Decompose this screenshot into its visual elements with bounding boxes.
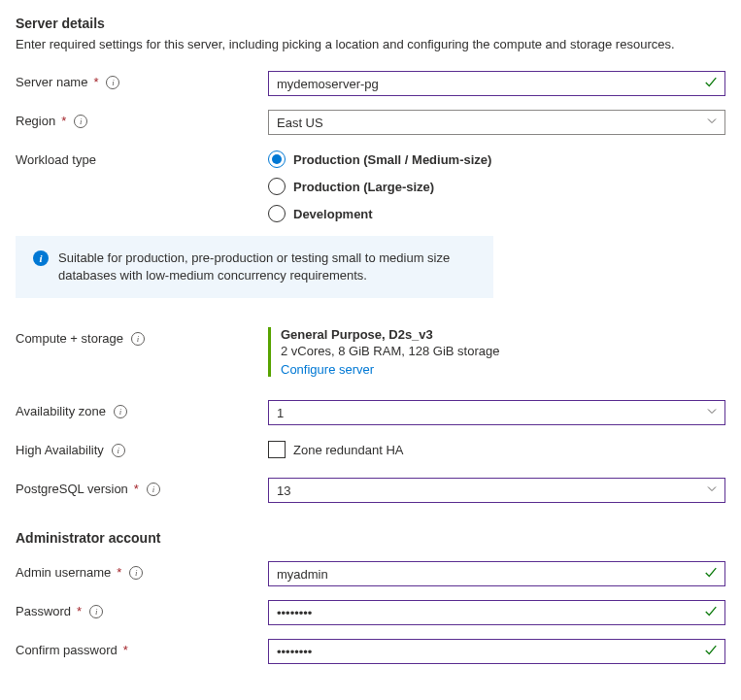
server-name-input[interactable] — [268, 71, 725, 96]
region-select[interactable] — [268, 110, 725, 135]
radio-icon — [268, 150, 286, 168]
admin-username-input[interactable] — [268, 561, 725, 586]
radio-label: Production (Small / Medium-size) — [293, 152, 491, 167]
info-icon[interactable]: i — [114, 405, 127, 418]
password-input[interactable] — [268, 600, 725, 625]
compute-tier: General Purpose, D2s_v3 — [281, 327, 725, 342]
info-icon[interactable]: i — [89, 605, 103, 618]
required-indicator: * — [134, 482, 139, 496]
checkbox-label: Zone redundant HA — [293, 443, 403, 457]
info-icon[interactable]: i — [147, 483, 160, 496]
info-icon[interactable]: i — [112, 444, 125, 457]
info-icon[interactable]: i — [129, 566, 143, 580]
workload-info-box: i Suitable for production, pre-productio… — [16, 236, 493, 298]
workload-type-radio-group: Production (Small / Medium-size) Product… — [268, 149, 725, 222]
server-details-heading: Server details — [16, 16, 725, 31]
workload-radio-development[interactable]: Development — [268, 205, 725, 222]
info-box-text: Suitable for production, pre-production … — [58, 250, 476, 284]
info-icon[interactable]: i — [106, 76, 119, 89]
compute-specs: 2 vCores, 8 GiB RAM, 128 GiB storage — [281, 344, 725, 358]
server-name-label: Server name — [16, 75, 87, 89]
postgresql-version-select[interactable] — [268, 478, 725, 503]
workload-radio-small-medium[interactable]: Production (Small / Medium-size) — [268, 150, 725, 168]
high-availability-label: High Availability — [16, 443, 104, 457]
compute-storage-label: Compute + storage — [16, 331, 123, 346]
checkbox-icon — [268, 441, 286, 458]
workload-type-label: Workload type — [16, 152, 96, 167]
region-label: Region — [16, 114, 55, 128]
radio-icon — [268, 205, 286, 222]
postgresql-version-label: PostgreSQL version — [16, 482, 128, 496]
required-indicator: * — [123, 643, 128, 657]
confirm-password-label: Confirm password — [16, 643, 118, 657]
server-details-description: Enter required settings for this server,… — [16, 37, 725, 51]
workload-radio-large[interactable]: Production (Large-size) — [268, 178, 725, 195]
confirm-password-input[interactable] — [268, 639, 725, 664]
required-indicator: * — [117, 565, 121, 580]
admin-account-heading: Administrator account — [16, 530, 725, 546]
radio-label: Development — [293, 207, 373, 221]
info-icon[interactable]: i — [74, 115, 87, 128]
info-icon: i — [33, 250, 49, 266]
admin-username-label: Admin username — [16, 565, 111, 580]
configure-server-link[interactable]: Configure server — [281, 362, 374, 377]
info-icon[interactable]: i — [131, 332, 145, 346]
compute-storage-summary: General Purpose, D2s_v3 2 vCores, 8 GiB … — [268, 327, 725, 377]
required-indicator: * — [93, 75, 98, 89]
zone-redundant-ha-checkbox[interactable]: Zone redundant HA — [268, 439, 725, 458]
radio-icon — [268, 178, 286, 195]
password-label: Password — [16, 604, 71, 618]
radio-label: Production (Large-size) — [293, 180, 434, 194]
availability-zone-label: Availability zone — [16, 404, 106, 418]
required-indicator: * — [61, 114, 66, 128]
availability-zone-select[interactable] — [268, 400, 725, 425]
required-indicator: * — [77, 604, 82, 618]
